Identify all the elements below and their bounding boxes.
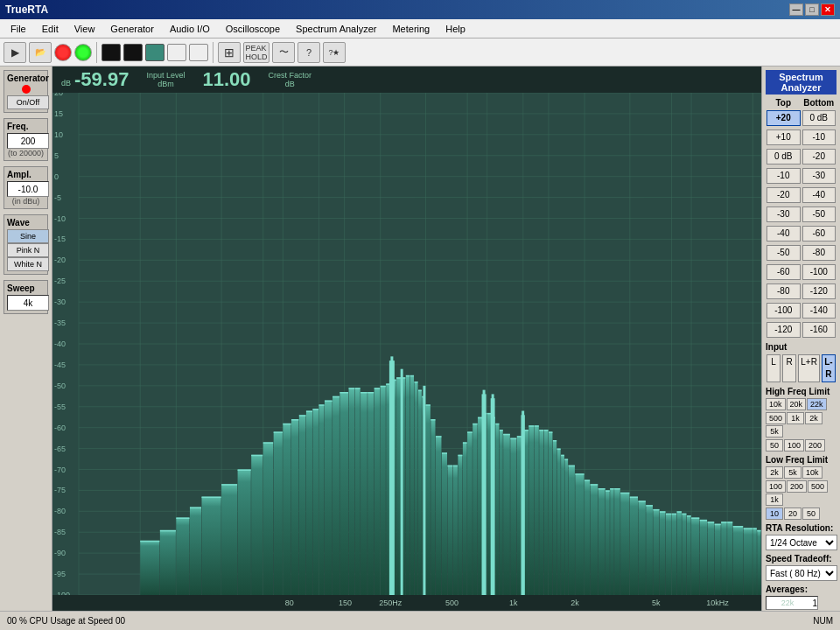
toolbar-go-green[interactable] <box>74 44 92 61</box>
bottom-minus40[interactable]: -40 <box>802 187 836 203</box>
menu-metering[interactable]: Metering <box>385 22 437 36</box>
wave-white-button[interactable]: White N <box>7 257 49 271</box>
hf-50[interactable]: 50 <box>766 439 783 452</box>
toolbar-wave[interactable]: 〜 <box>272 42 295 63</box>
menu-view[interactable]: View <box>67 22 102 36</box>
lf-50[interactable]: 50 <box>802 508 820 520</box>
title-bar-buttons: — □ ✕ <box>789 4 835 16</box>
bottom-minus10[interactable]: -10 <box>802 130 836 145</box>
rta-res-label: RTA Resolution: <box>766 523 836 533</box>
menu-help[interactable]: Help <box>438 22 472 36</box>
top-minus30[interactable]: -30 <box>766 206 801 222</box>
lf-2k[interactable]: 2k <box>766 466 783 479</box>
left-panel: Generator On/Off Freq. (to 20000) Ampl. … <box>0 66 52 611</box>
toolbar-stop-red[interactable] <box>54 44 72 61</box>
lf-20[interactable]: 20 <box>784 508 802 520</box>
top-label: Top <box>766 98 802 108</box>
lf-500[interactable]: 500 <box>808 480 828 493</box>
top-minus50[interactable]: -50 <box>766 245 801 261</box>
menu-generator[interactable]: Generator <box>103 22 161 36</box>
lf-10[interactable]: 10 <box>766 508 783 520</box>
hf-500[interactable]: 500 <box>766 412 786 424</box>
toolbar-open[interactable]: 📂 <box>29 42 52 63</box>
input-LplusR[interactable]: L+R <box>798 354 820 382</box>
toolbar-peak[interactable]: PEAKHOLD <box>243 42 270 63</box>
bottom-minus20[interactable]: -20 <box>802 149 836 164</box>
lf-200[interactable]: 200 <box>787 480 807 493</box>
bottom-minus80[interactable]: -80 <box>802 245 836 261</box>
lf-10k[interactable]: 10k <box>802 466 822 479</box>
hf-22k[interactable]: 22k <box>807 398 827 410</box>
maximize-button[interactable]: □ <box>805 4 819 16</box>
toolbar-black2[interactable] <box>123 44 143 61</box>
hf-20k[interactable]: 20k <box>787 398 807 410</box>
freq-input[interactable] <box>7 133 49 149</box>
bottom-minus60[interactable]: -60 <box>802 226 836 242</box>
wave-group: Wave Sine Pink N White N <box>4 214 48 275</box>
hf-200[interactable]: 200 <box>805 439 825 452</box>
bottom-minus120[interactable]: -120 <box>802 284 836 299</box>
menu-oscilloscope[interactable]: Oscilloscope <box>219 22 287 36</box>
top-minus80[interactable]: -80 <box>766 284 801 299</box>
lf-5k[interactable]: 5k <box>784 466 802 479</box>
sweep-input[interactable] <box>7 295 49 311</box>
hf-1k[interactable]: 1k <box>787 412 804 424</box>
top-minus100[interactable]: -100 <box>766 303 801 318</box>
top-minus40[interactable]: -40 <box>766 226 801 242</box>
on-off-button[interactable]: On/Off <box>7 95 49 109</box>
minimize-button[interactable]: — <box>789 4 803 16</box>
wave-label: Wave <box>7 218 45 228</box>
input-R[interactable]: R <box>782 354 796 382</box>
hf-100[interactable]: 100 <box>784 439 804 452</box>
input-LminusR[interactable]: L-R <box>822 354 836 382</box>
x-label-22000: 22k <box>781 598 794 607</box>
bottom-0db[interactable]: 0 dB <box>802 110 836 126</box>
hf-5k[interactable]: 5k <box>766 425 783 438</box>
menu-edit[interactable]: Edit <box>35 22 66 36</box>
menu-spectrum-analyzer[interactable]: Spectrum Analyzer <box>289 22 383 36</box>
ampl-group: Ampl. (in dBu) <box>4 166 48 209</box>
dbm-label: dBm <box>158 80 174 88</box>
top-0db[interactable]: 0 dB <box>766 149 801 164</box>
input-section-label: Input <box>766 342 836 352</box>
ampl-input[interactable] <box>7 181 49 197</box>
wave-sine-button[interactable]: Sine <box>7 229 49 243</box>
bottom-minus30[interactable]: -30 <box>802 168 836 184</box>
hf-10k[interactable]: 10k <box>766 398 786 410</box>
top-minus120[interactable]: -120 <box>766 322 801 338</box>
bottom-minus160[interactable]: -160 <box>802 322 836 338</box>
toolbar-help1[interactable]: ? <box>298 42 320 63</box>
high-freq-row3: 50 100 200 <box>766 439 836 452</box>
toolbar-play[interactable]: ▶ <box>4 42 26 63</box>
input-L[interactable]: L <box>766 354 780 382</box>
level-row-12: -120 -160 <box>766 321 836 339</box>
toolbar-help2[interactable]: ?★ <box>323 42 346 63</box>
bottom-minus50[interactable]: -50 <box>802 206 836 222</box>
lf-1k[interactable]: 1k <box>766 494 783 506</box>
bottom-minus100[interactable]: -100 <box>802 264 836 280</box>
main-layout: Generator On/Off Freq. (to 20000) Ampl. … <box>0 66 840 611</box>
toolbar-white1[interactable] <box>167 44 186 61</box>
toolbar-black1[interactable] <box>102 44 121 61</box>
bottom-minus140[interactable]: -140 <box>802 303 836 318</box>
menu-audio-io[interactable]: Audio I/O <box>163 22 217 36</box>
speed-select[interactable]: Fast ( 80 Hz) Medium Slow <box>766 565 837 581</box>
wave-pink-button[interactable]: Pink N <box>7 243 49 257</box>
toolbar-grid[interactable]: ⊞ <box>218 42 241 63</box>
toolbar-white2[interactable] <box>189 44 208 61</box>
hf-2k[interactable]: 2k <box>805 412 822 424</box>
menu-file[interactable]: File <box>4 22 33 36</box>
lf-100[interactable]: 100 <box>766 480 786 493</box>
level-row-7: -40 -60 <box>766 225 836 242</box>
rta-res-select[interactable]: 1/1 Octave 1/3 Octave 1/6 Octave 1/12 Oc… <box>766 535 837 550</box>
toolbar-teal[interactable] <box>145 44 164 61</box>
top-minus10[interactable]: -10 <box>766 168 801 184</box>
x-label-500: 500 <box>445 598 458 607</box>
close-button[interactable]: ✕ <box>821 4 835 16</box>
top-minus60[interactable]: -60 <box>766 264 801 280</box>
level-row-4: -10 -30 <box>766 167 836 185</box>
top-plus10[interactable]: +10 <box>766 130 801 145</box>
top-minus20[interactable]: -20 <box>766 187 801 203</box>
level-row-6: -30 -50 <box>766 206 836 223</box>
top-plus20[interactable]: +20 <box>766 110 801 126</box>
